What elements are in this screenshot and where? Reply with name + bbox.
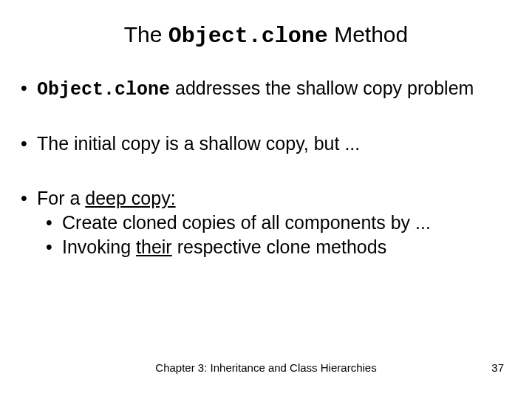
bullet-3-underline: deep copy: bbox=[85, 188, 175, 208]
title-post: Method bbox=[328, 22, 408, 47]
bullet-list: Object.clone addresses the shallow copy … bbox=[19, 77, 517, 259]
slide: The Object.clone Method Object.clone add… bbox=[0, 0, 532, 399]
bullet-3-sub-2-post: respective clone methods bbox=[172, 236, 386, 257]
bullet-2-text: The initial copy is a shallow copy, but … bbox=[37, 133, 360, 154]
bullet-3-pre: For a bbox=[37, 188, 85, 208]
bullet-2: The initial copy is a shallow copy, but … bbox=[19, 132, 517, 155]
bullet-3-sub-1-text: Create cloned copies of all components b… bbox=[62, 212, 431, 233]
slide-title: The Object.clone Method bbox=[15, 22, 517, 49]
bullet-3-sub-2-underline: their bbox=[136, 236, 172, 257]
bullet-3-sub-2-pre: Invoking bbox=[62, 236, 136, 257]
title-code: Object.clone bbox=[168, 24, 328, 49]
title-pre: The bbox=[124, 22, 168, 47]
bullet-3: For a deep copy: Create cloned copies of… bbox=[19, 187, 517, 259]
bullet-3-sub-2: Invoking their respective clone methods bbox=[43, 236, 517, 259]
bullet-1-code: Object.clone bbox=[37, 79, 170, 100]
bullet-3-sub-1: Create cloned copies of all components b… bbox=[43, 211, 517, 234]
bullet-1-post: addresses the shallow copy problem bbox=[170, 78, 474, 98]
page-number: 37 bbox=[491, 361, 504, 374]
bullet-3-sublist: Create cloned copies of all components b… bbox=[37, 211, 517, 259]
footer-chapter: Chapter 3: Inheritance and Class Hierarc… bbox=[0, 361, 532, 374]
slide-body: Object.clone addresses the shallow copy … bbox=[15, 77, 517, 259]
bullet-1: Object.clone addresses the shallow copy … bbox=[19, 77, 517, 101]
